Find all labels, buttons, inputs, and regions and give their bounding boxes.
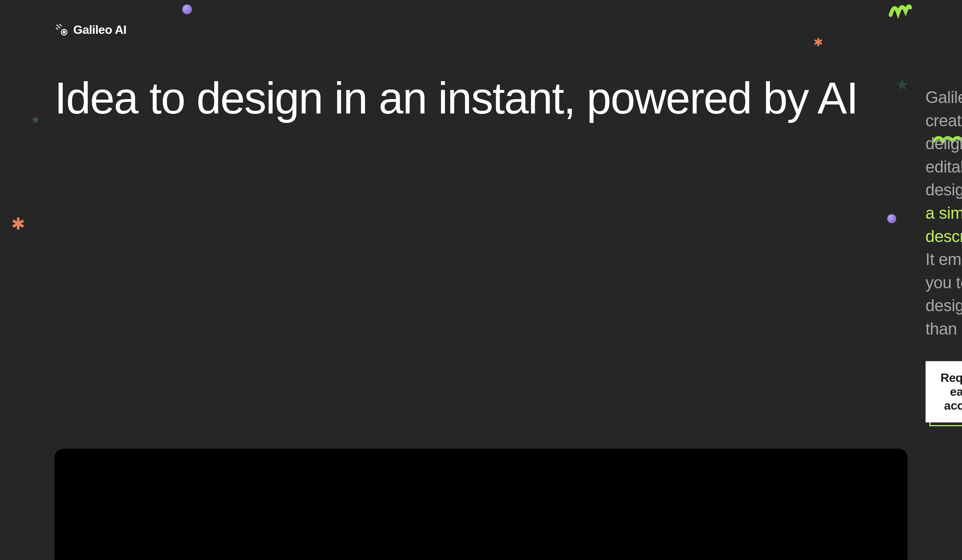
brand-logo[interactable]: Galileo AI xyxy=(55,23,907,37)
svg-point-1 xyxy=(63,31,65,34)
description-text-pre: Galileo AI creates delightful, editable … xyxy=(926,88,962,199)
brand-name: Galileo AI xyxy=(73,23,126,37)
hero-headline: Idea to design in an instant, powered by… xyxy=(55,71,858,423)
demo-preview-area: Generate xyxy=(55,449,907,560)
request-early-access-button[interactable]: Request early access ↗ xyxy=(926,361,962,423)
svg-line-3 xyxy=(60,24,61,26)
hero-description: Galileo AI creates delightful, editable … xyxy=(926,86,962,341)
comet-icon xyxy=(55,23,69,37)
description-highlight: a simple text description xyxy=(926,204,962,245)
svg-line-2 xyxy=(57,25,60,29)
svg-line-4 xyxy=(56,27,58,30)
cta-label: Request early access xyxy=(941,371,962,413)
